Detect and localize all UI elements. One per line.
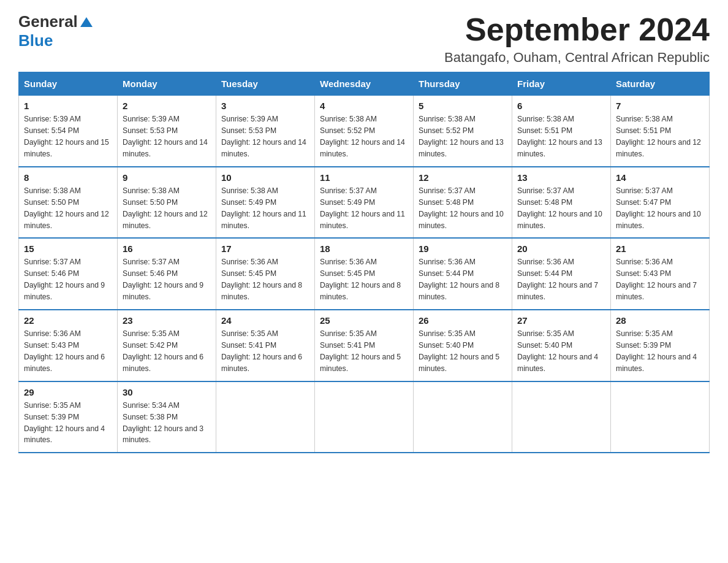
day-info: Sunrise: 5:36 AMSunset: 5:44 PMDaylight:… <box>419 258 499 301</box>
day-info: Sunrise: 5:38 AMSunset: 5:52 PMDaylight:… <box>320 115 405 158</box>
calendar-day-cell: 1 Sunrise: 5:39 AMSunset: 5:54 PMDayligh… <box>19 96 118 167</box>
day-info: Sunrise: 5:36 AMSunset: 5:43 PMDaylight:… <box>24 329 105 373</box>
day-info: Sunrise: 5:35 AMSunset: 5:41 PMDaylight:… <box>221 329 302 373</box>
calendar-day-cell: 10 Sunrise: 5:38 AMSunset: 5:49 PMDaylig… <box>216 167 315 239</box>
calendar-day-cell: 2 Sunrise: 5:39 AMSunset: 5:53 PMDayligh… <box>118 96 216 167</box>
day-number: 6 <box>517 101 605 111</box>
calendar-day-cell <box>315 381 414 453</box>
calendar-day-cell: 29 Sunrise: 5:35 AMSunset: 5:39 PMDaylig… <box>19 381 118 453</box>
day-info: Sunrise: 5:37 AMSunset: 5:46 PMDaylight:… <box>24 258 105 301</box>
day-number: 9 <box>123 172 211 183</box>
calendar-day-cell: 3 Sunrise: 5:39 AMSunset: 5:53 PMDayligh… <box>216 96 315 167</box>
day-info: Sunrise: 5:38 AMSunset: 5:52 PMDaylight:… <box>419 115 504 158</box>
calendar-day-cell: 15 Sunrise: 5:37 AMSunset: 5:46 PMDaylig… <box>19 238 118 310</box>
calendar-day-cell: 20 Sunrise: 5:36 AMSunset: 5:44 PMDaylig… <box>512 238 611 310</box>
calendar-day-cell <box>216 381 315 453</box>
day-number: 3 <box>221 101 309 111</box>
day-info: Sunrise: 5:37 AMSunset: 5:49 PMDaylight:… <box>320 186 405 230</box>
day-info: Sunrise: 5:35 AMSunset: 5:39 PMDaylight:… <box>616 329 697 373</box>
calendar-day-cell <box>414 381 512 453</box>
day-number: 20 <box>517 243 605 254</box>
day-number: 30 <box>123 387 211 397</box>
day-number: 27 <box>517 315 605 326</box>
calendar-header-row: Sunday Monday Tuesday Wednesday Thursday… <box>19 72 710 96</box>
day-info: Sunrise: 5:38 AMSunset: 5:50 PMDaylight:… <box>24 186 109 230</box>
calendar-day-cell: 13 Sunrise: 5:37 AMSunset: 5:48 PMDaylig… <box>512 167 611 239</box>
day-info: Sunrise: 5:36 AMSunset: 5:44 PMDaylight:… <box>517 258 598 301</box>
calendar-day-cell: 19 Sunrise: 5:36 AMSunset: 5:44 PMDaylig… <box>414 238 512 310</box>
day-number: 1 <box>24 101 112 111</box>
svg-marker-0 <box>80 17 93 27</box>
calendar-day-cell: 26 Sunrise: 5:35 AMSunset: 5:40 PMDaylig… <box>414 310 512 381</box>
day-number: 4 <box>320 101 408 111</box>
day-number: 7 <box>616 101 704 111</box>
day-number: 13 <box>517 172 605 183</box>
calendar-day-cell: 30 Sunrise: 5:34 AMSunset: 5:38 PMDaylig… <box>118 381 216 453</box>
calendar-day-cell: 23 Sunrise: 5:35 AMSunset: 5:42 PMDaylig… <box>118 310 216 381</box>
col-wednesday: Wednesday <box>315 72 414 96</box>
calendar-day-cell: 7 Sunrise: 5:38 AMSunset: 5:51 PMDayligh… <box>611 96 710 167</box>
day-number: 19 <box>419 243 507 254</box>
day-number: 26 <box>419 315 507 326</box>
calendar-day-cell: 11 Sunrise: 5:37 AMSunset: 5:49 PMDaylig… <box>315 167 414 239</box>
day-info: Sunrise: 5:36 AMSunset: 5:45 PMDaylight:… <box>320 258 401 301</box>
day-info: Sunrise: 5:35 AMSunset: 5:40 PMDaylight:… <box>419 329 499 373</box>
calendar-day-cell: 8 Sunrise: 5:38 AMSunset: 5:50 PMDayligh… <box>19 167 118 239</box>
day-number: 8 <box>24 172 112 183</box>
calendar-day-cell: 12 Sunrise: 5:37 AMSunset: 5:48 PMDaylig… <box>414 167 512 239</box>
day-number: 15 <box>24 243 112 254</box>
calendar-day-cell: 27 Sunrise: 5:35 AMSunset: 5:40 PMDaylig… <box>512 310 611 381</box>
day-info: Sunrise: 5:38 AMSunset: 5:51 PMDaylight:… <box>616 115 701 158</box>
col-sunday: Sunday <box>19 72 118 96</box>
day-number: 22 <box>24 315 112 326</box>
logo[interactable]: General Blue <box>18 12 93 50</box>
day-info: Sunrise: 5:39 AMSunset: 5:54 PMDaylight:… <box>24 115 109 158</box>
day-info: Sunrise: 5:35 AMSunset: 5:39 PMDaylight:… <box>24 401 105 445</box>
day-number: 2 <box>123 101 211 111</box>
day-info: Sunrise: 5:34 AMSunset: 5:38 PMDaylight:… <box>123 401 203 445</box>
calendar-day-cell: 14 Sunrise: 5:37 AMSunset: 5:47 PMDaylig… <box>611 167 710 239</box>
calendar-week-row: 29 Sunrise: 5:35 AMSunset: 5:39 PMDaylig… <box>19 381 710 453</box>
day-number: 12 <box>419 172 507 183</box>
day-number: 21 <box>616 243 704 254</box>
day-info: Sunrise: 5:38 AMSunset: 5:49 PMDaylight:… <box>221 186 306 230</box>
day-info: Sunrise: 5:37 AMSunset: 5:47 PMDaylight:… <box>616 186 701 230</box>
col-saturday: Saturday <box>611 72 710 96</box>
calendar-day-cell: 9 Sunrise: 5:38 AMSunset: 5:50 PMDayligh… <box>118 167 216 239</box>
calendar-week-row: 15 Sunrise: 5:37 AMSunset: 5:46 PMDaylig… <box>19 238 710 310</box>
day-number: 14 <box>616 172 704 183</box>
day-info: Sunrise: 5:35 AMSunset: 5:40 PMDaylight:… <box>517 329 598 373</box>
calendar-day-cell: 28 Sunrise: 5:35 AMSunset: 5:39 PMDaylig… <box>611 310 710 381</box>
day-info: Sunrise: 5:37 AMSunset: 5:46 PMDaylight:… <box>123 258 203 301</box>
title-section: September 2024 Batangafo, Ouham, Central… <box>444 12 710 66</box>
day-info: Sunrise: 5:38 AMSunset: 5:51 PMDaylight:… <box>517 115 602 158</box>
day-number: 16 <box>123 243 211 254</box>
day-number: 5 <box>419 101 507 111</box>
day-info: Sunrise: 5:36 AMSunset: 5:45 PMDaylight:… <box>221 258 302 301</box>
day-number: 18 <box>320 243 408 254</box>
page-header: General Blue September 2024 Batangafo, O… <box>18 12 710 66</box>
col-tuesday: Tuesday <box>216 72 315 96</box>
calendar-day-cell: 21 Sunrise: 5:36 AMSunset: 5:43 PMDaylig… <box>611 238 710 310</box>
calendar-day-cell: 17 Sunrise: 5:36 AMSunset: 5:45 PMDaylig… <box>216 238 315 310</box>
day-number: 29 <box>24 387 112 397</box>
day-info: Sunrise: 5:38 AMSunset: 5:50 PMDaylight:… <box>123 186 208 230</box>
calendar-day-cell: 22 Sunrise: 5:36 AMSunset: 5:43 PMDaylig… <box>19 310 118 381</box>
calendar-day-cell <box>512 381 611 453</box>
calendar-day-cell: 5 Sunrise: 5:38 AMSunset: 5:52 PMDayligh… <box>414 96 512 167</box>
day-info: Sunrise: 5:35 AMSunset: 5:41 PMDaylight:… <box>320 329 401 373</box>
calendar-day-cell: 6 Sunrise: 5:38 AMSunset: 5:51 PMDayligh… <box>512 96 611 167</box>
day-number: 25 <box>320 315 408 326</box>
day-info: Sunrise: 5:39 AMSunset: 5:53 PMDaylight:… <box>123 115 208 158</box>
day-info: Sunrise: 5:39 AMSunset: 5:53 PMDaylight:… <box>221 115 306 158</box>
day-info: Sunrise: 5:36 AMSunset: 5:43 PMDaylight:… <box>616 258 697 301</box>
day-number: 11 <box>320 172 408 183</box>
day-number: 17 <box>221 243 309 254</box>
day-info: Sunrise: 5:37 AMSunset: 5:48 PMDaylight:… <box>419 186 504 230</box>
calendar-day-cell: 25 Sunrise: 5:35 AMSunset: 5:41 PMDaylig… <box>315 310 414 381</box>
day-number: 23 <box>123 315 211 326</box>
calendar-table: Sunday Monday Tuesday Wednesday Thursday… <box>18 72 710 453</box>
calendar-day-cell: 4 Sunrise: 5:38 AMSunset: 5:52 PMDayligh… <box>315 96 414 167</box>
day-info: Sunrise: 5:37 AMSunset: 5:48 PMDaylight:… <box>517 186 602 230</box>
calendar-week-row: 22 Sunrise: 5:36 AMSunset: 5:43 PMDaylig… <box>19 310 710 381</box>
